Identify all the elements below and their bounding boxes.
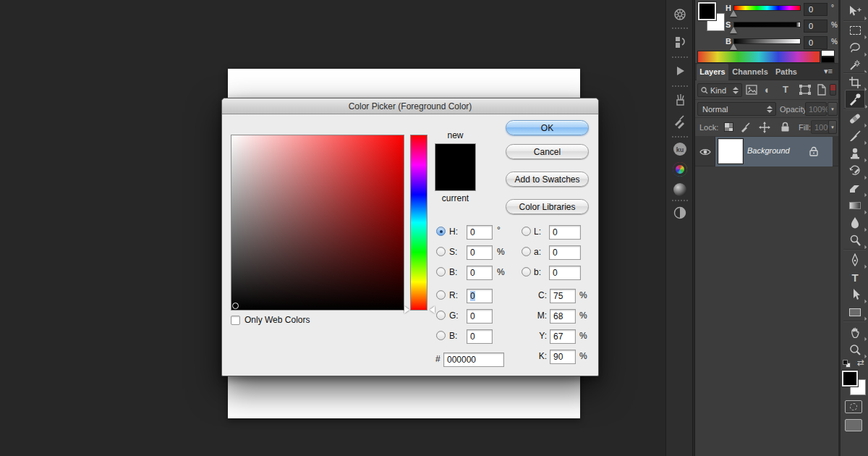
dock-grip[interactable] [672, 85, 688, 87]
filter-shape-layers-icon[interactable] [799, 85, 811, 95]
saturation-brightness-field[interactable] [231, 135, 404, 311]
dialog-titlebar[interactable]: Color Picker (Foreground Color) [222, 98, 598, 114]
r-input[interactable]: 0 [467, 289, 493, 303]
crop-tool[interactable] [846, 75, 864, 90]
y-input[interactable]: 67 [550, 329, 576, 344]
lock-transparency-icon[interactable] [724, 122, 733, 132]
ok-button[interactable]: OK [506, 120, 589, 135]
l-input[interactable]: 0 [549, 225, 581, 240]
foreground-swatch[interactable] [842, 371, 858, 387]
b-slider-value[interactable]: 0 [804, 36, 827, 49]
lock-position-icon[interactable] [759, 122, 770, 133]
filter-adjustment-layers-icon[interactable]: ◐ [765, 84, 770, 96]
sphere-panel-icon[interactable] [671, 181, 689, 198]
s-input[interactable]: 0 [467, 245, 493, 260]
rectangular-marquee-tool[interactable] [846, 22, 864, 38]
lock-all-icon[interactable] [780, 122, 790, 132]
r-radio[interactable] [436, 290, 446, 300]
rgb-b-radio[interactable] [436, 331, 446, 340]
layer-visibility-cell[interactable] [695, 137, 715, 166]
swap-colors-icon[interactable]: ⇄ [857, 358, 864, 368]
dodge-tool[interactable] [846, 232, 864, 248]
layers-list-area[interactable] [695, 166, 838, 456]
quick-mask-button[interactable] [845, 400, 862, 413]
tab-paths[interactable]: Paths [772, 64, 801, 80]
rgb-b-input[interactable]: 0 [467, 329, 493, 344]
filtering-toggle[interactable] [830, 84, 836, 96]
lock-paint-icon[interactable] [740, 122, 752, 133]
wheel-panel-icon[interactable] [671, 6, 689, 23]
l-radio[interactable] [522, 227, 531, 236]
color-wheel-panel-icon[interactable] [671, 161, 689, 178]
s-slider-value[interactable]: 0 [804, 20, 827, 33]
brush-presets-panel-icon[interactable] [671, 91, 689, 109]
actions-panel-icon[interactable] [671, 62, 689, 80]
kuler-panel-icon[interactable]: ku [671, 140, 689, 158]
b-slider-handle[interactable] [730, 43, 737, 50]
only-web-colors-checkbox[interactable] [231, 316, 240, 325]
gradient-tool[interactable] [846, 198, 864, 214]
h-input[interactable]: 0 [467, 225, 493, 240]
filter-smart-objects-icon[interactable] [817, 84, 827, 96]
history-brush-tool[interactable] [846, 163, 864, 179]
color-libraries-button[interactable]: Color Libraries [506, 199, 589, 214]
shape-tool[interactable] [846, 304, 864, 320]
dock-grip[interactable] [672, 200, 688, 201]
brush-tool[interactable] [846, 128, 864, 144]
g-radio[interactable] [436, 311, 446, 320]
m-input[interactable]: 68 [550, 309, 576, 324]
move-tool[interactable] [846, 4, 864, 20]
h-slider-value[interactable]: 0 [804, 3, 827, 16]
lasso-tool[interactable] [846, 40, 864, 56]
lab-b-input[interactable]: 0 [549, 266, 581, 280]
hand-tool[interactable] [846, 324, 864, 340]
layer-thumbnail[interactable] [718, 139, 743, 164]
kind-filter-dropdown[interactable]: Kind [697, 83, 742, 97]
g-input[interactable]: 0 [467, 309, 493, 324]
lab-b-radio[interactable] [522, 267, 531, 276]
blend-mode-dropdown[interactable]: Normal [697, 102, 776, 116]
color-spectrum-ramp[interactable] [697, 51, 820, 63]
eyedropper-tool[interactable] [845, 90, 865, 109]
screen-mode-button[interactable] [845, 419, 862, 431]
c-input[interactable]: 75 [550, 289, 576, 303]
ramp-black-swatch[interactable] [821, 56, 835, 63]
brush-panel-icon[interactable] [671, 113, 689, 130]
type-tool[interactable]: T [846, 269, 864, 285]
clone-stamp-tool[interactable] [846, 145, 864, 161]
layer-row-background[interactable]: Background [695, 137, 838, 166]
dock-grip[interactable] [672, 28, 688, 29]
add-to-swatches-button[interactable]: Add to Swatches [506, 172, 589, 187]
k-input[interactable]: 90 [550, 350, 576, 364]
s-radio[interactable] [436, 247, 446, 256]
s-slider-track[interactable] [733, 22, 801, 28]
b-radio[interactable] [436, 267, 446, 276]
half-circle-panel-icon[interactable] [671, 204, 689, 221]
s-slider-handle[interactable] [730, 27, 737, 33]
fill-dropdown-arrow[interactable]: ▼ [828, 120, 837, 134]
dock-grip[interactable] [672, 56, 688, 58]
path-selection-tool[interactable] [846, 287, 864, 303]
layer-comps-panel-icon[interactable] [671, 33, 689, 51]
foreground-color-swatch[interactable] [698, 2, 716, 20]
b-slider-track[interactable] [733, 38, 801, 44]
pen-tool[interactable] [846, 252, 864, 268]
magic-wand-tool[interactable] [846, 57, 864, 73]
h-slider-handle[interactable] [730, 10, 737, 17]
tab-layers[interactable]: Layers [697, 64, 728, 80]
blur-tool[interactable] [846, 215, 864, 231]
eraser-tool[interactable] [846, 180, 864, 196]
h-slider-track[interactable] [733, 5, 801, 11]
filter-pixel-layers-icon[interactable] [746, 85, 757, 95]
panel-menu-icon[interactable]: ▾≡ [824, 67, 833, 76]
hue-slider[interactable] [410, 135, 427, 311]
tab-channels[interactable]: Channels [730, 64, 770, 80]
hue-slider-handle-left[interactable] [404, 306, 409, 313]
b-input[interactable]: 0 [467, 266, 493, 280]
dock-grip[interactable] [672, 136, 688, 138]
cancel-button[interactable]: Cancel [506, 144, 589, 159]
hue-slider-handle-right[interactable] [430, 306, 435, 313]
healing-brush-tool[interactable] [846, 111, 864, 127]
zoom-tool[interactable] [846, 342, 864, 358]
opacity-dropdown-arrow[interactable]: ▼ [827, 102, 838, 116]
